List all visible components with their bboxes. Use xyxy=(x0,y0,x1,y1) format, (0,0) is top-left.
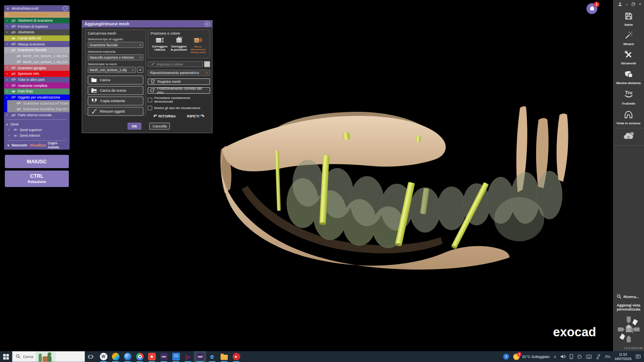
visibility-eye-icon[interactable] xyxy=(10,66,16,70)
pen-link-icon[interactable] xyxy=(596,354,601,359)
w-app[interactable]: W xyxy=(97,351,109,362)
denti-section-header[interactable]: ∧ Denti xyxy=(4,121,70,127)
layer-row-scansioni-mascellari[interactable]: ›Scansioni mascellari xyxy=(4,12,70,18)
tool-trusmile[interactable]: TruTruSmile xyxy=(613,87,644,107)
keyboard-icon[interactable] xyxy=(586,355,592,359)
copy-existing-button[interactable]: Copia esistente xyxy=(88,97,143,105)
visibility-eye-icon[interactable] xyxy=(12,134,18,138)
phone-link-icon[interactable] xyxy=(570,354,573,359)
layer-row-parte-interna-coronale[interactable]: ›Parte interna coronale xyxy=(4,112,70,118)
expand-arrow-icon[interactable]: › xyxy=(5,37,9,40)
redo-button[interactable]: RIPETI ↷ xyxy=(187,114,205,118)
expand-arrow-icon[interactable]: › xyxy=(5,84,9,87)
close-icon[interactable]: × xyxy=(204,21,210,27)
layer-row-scansioni-gengiva[interactable]: ›Scansioni gengiva xyxy=(4,65,70,71)
checkbox-icon[interactable] xyxy=(148,98,152,102)
file-explorer[interactable] xyxy=(218,351,230,362)
collapse-tree-icon[interactable]: ⌐ xyxy=(5,48,9,52)
correct-position-button[interactable]: Correggerela posizione xyxy=(170,37,188,53)
help-tray-icon[interactable]: ? xyxy=(503,354,509,360)
checkbox-icon[interactable] xyxy=(148,106,152,110)
dentalcad-app[interactable]: cad xyxy=(194,351,206,362)
visibility-eye-icon[interactable] xyxy=(10,90,16,93)
status-circle-icon[interactable] xyxy=(577,354,582,359)
register-mesh-button[interactable]: Registra mesh xyxy=(148,78,210,85)
layer-row-spessore-min[interactable]: ›Spessore min. xyxy=(4,71,70,77)
action-center-icon[interactable] xyxy=(636,354,641,359)
correct-height-button[interactable]: Correggerel'altezza xyxy=(151,37,169,53)
ctrl-rotation-button[interactable]: CTRL Rotazione xyxy=(5,171,69,187)
ok-button[interactable]: OK xyxy=(128,123,141,130)
notification-bell-icon[interactable]: 2 xyxy=(586,3,597,14)
layer-row-porzioni-di-impianto[interactable]: ›Porzioni di impianto xyxy=(4,23,70,29)
clock[interactable]: 11:52 18/07/2025 xyxy=(614,352,632,360)
expand-arrow-icon[interactable]: › xyxy=(5,72,9,76)
close-window-button[interactable]: × xyxy=(639,2,641,6)
layer-row-anatomia-completa[interactable]: ›Anatomia completa xyxy=(4,82,70,88)
expand-arrow-icon[interactable]: › xyxy=(7,128,11,132)
color-swatch[interactable] xyxy=(204,61,210,67)
layer-row-mesh-con-texture-1-obj-16[interactable]: Mesh_con_texture_1.obj (16-... xyxy=(4,59,70,65)
expand-arrow-icon[interactable]: › xyxy=(5,43,9,46)
layer-row-tutte-le-altre-parti[interactable]: ›Tutte le altre parti xyxy=(4,77,70,83)
minimize-button[interactable]: – xyxy=(626,2,628,6)
visibility-eye-icon[interactable] xyxy=(12,128,18,132)
load-button[interactable]: Carica xyxy=(88,76,143,84)
visibility-eye-icon[interactable] xyxy=(10,25,16,28)
undo-button[interactable]: ↶ RITORNA xyxy=(153,114,176,118)
visibility-eye-icon[interactable] xyxy=(10,13,16,16)
layer-row-waxup-scansione[interactable]: ›Waxup scansione xyxy=(4,41,70,47)
visibility-eye-icon[interactable] xyxy=(10,31,16,34)
tool-wizard[interactable]: Wizard xyxy=(613,29,644,48)
mesh-select[interactable]: Mesh_con_texture_1.obj ∨ xyxy=(88,67,136,73)
face-positioning-button[interactable]: Posizionamento corretto del viso xyxy=(148,87,210,94)
visualizza-label[interactable]: Visualizza xyxy=(30,143,46,147)
object-type-select[interactable]: Scansione facciale ∨ xyxy=(88,42,143,48)
layer-row-scansione-scanmua-inf-trave[interactable]: Scansione scanmua inf Trave:... xyxy=(4,100,70,106)
expand-icon[interactable]: ∨ xyxy=(6,144,10,147)
expand-arrow-icon[interactable]: › xyxy=(5,13,9,16)
red-diamond-app[interactable]: ◆ xyxy=(146,351,158,362)
expand-arrow-icon[interactable]: › xyxy=(7,134,11,138)
internet-explorer[interactable]: e xyxy=(206,351,218,362)
tool-vista-in-sezione[interactable]: Vista in sezione xyxy=(613,107,644,127)
expand-arrow-icon[interactable]: › xyxy=(5,90,9,93)
tool-cloud-ai-icon[interactable]: AI xyxy=(613,129,644,144)
maiusc-button[interactable]: MAIUSC xyxy=(5,155,69,168)
expand-arrow-icon[interactable]: › xyxy=(5,31,9,34)
visibility-eye-icon[interactable] xyxy=(10,78,16,81)
view-search-button[interactable]: Ricerca... xyxy=(613,294,644,300)
auto-name-button[interactable]: A xyxy=(137,67,143,73)
weather-widget[interactable]: 1 31°C Soleggiato xyxy=(513,354,550,360)
visibility-eye-icon[interactable] xyxy=(10,84,16,87)
restore-button[interactable] xyxy=(632,2,635,6)
jaw-select[interactable]: Mascella superiore e inferiore ∨ xyxy=(88,54,143,60)
visibility-eye-icon[interactable] xyxy=(16,60,21,64)
tool-salva[interactable]: Salva xyxy=(613,9,644,29)
taskbar-search-input[interactable]: Cerca xyxy=(12,351,85,362)
expand-arrow-icon[interactable]: › xyxy=(5,78,9,82)
language-indicator[interactable]: ITA xyxy=(605,355,610,359)
copri-autom-label[interactable]: Copri-Autom. xyxy=(48,141,67,149)
layer-row-abutments[interactable]: ›Abutments xyxy=(4,29,70,35)
blue-swirl-app[interactable] xyxy=(122,351,134,362)
show-viewer-axes-checkbox[interactable]: Mostra gli assi del visualizzatore xyxy=(148,106,210,110)
layer-row-abutment-di-scansione[interactable]: ›Abutment di scansione xyxy=(4,18,70,24)
exoplan-app[interactable]: exo xyxy=(158,351,170,362)
layer-row-denti-inferiori[interactable]: ›Denti inferiori xyxy=(4,133,70,139)
visibility-eye-icon[interactable] xyxy=(10,42,16,46)
magenta-triangle-app[interactable]: ▷ xyxy=(182,351,194,362)
search-highlight-image[interactable] xyxy=(35,352,56,362)
visibility-eye-icon[interactable] xyxy=(16,101,21,105)
layers-panel-header[interactable]: ∧ Mostra/Nascondi ? xyxy=(4,5,70,12)
visibility-eye-icon[interactable] xyxy=(10,37,16,40)
visibility-eye-icon[interactable] xyxy=(10,113,16,117)
task-view-button[interactable] xyxy=(85,351,96,362)
tool-strumenti[interactable]: Strumenti xyxy=(613,48,644,67)
visibility-eye-icon[interactable] xyxy=(10,95,16,99)
move-freely-align-button[interactable]: Muovi liberamente/Allinea mesh xyxy=(189,37,207,53)
layer-row-scansione-scanmua-sup-stl-1[interactable]: Scansione ScanMua Sup.stl (1... xyxy=(4,106,70,112)
copilot-app[interactable] xyxy=(109,351,122,362)
visibility-eye-icon[interactable] xyxy=(16,54,21,58)
load-from-scene-button[interactable]: CAD Carica da scena xyxy=(88,86,143,95)
